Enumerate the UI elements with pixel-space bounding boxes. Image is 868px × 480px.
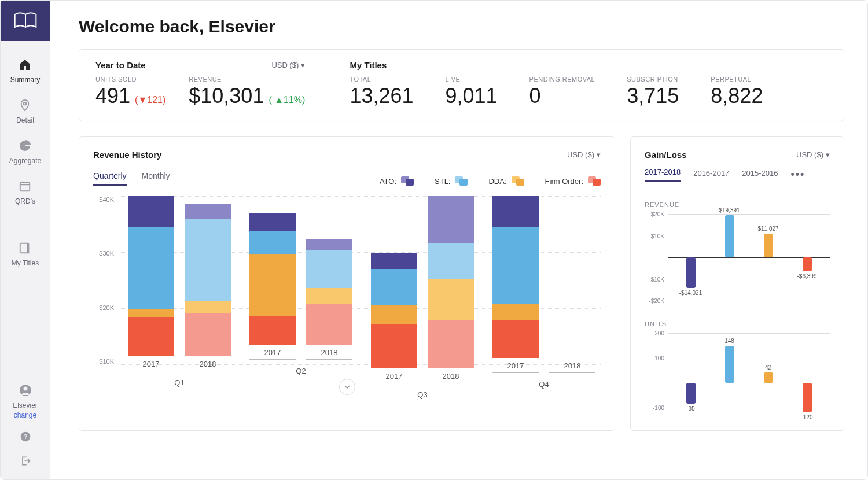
gl-tab-1[interactable]: 2016-2017 bbox=[693, 169, 729, 181]
mini-chart-bar[interactable] bbox=[803, 383, 812, 412]
currency-dropdown[interactable]: USD ($)▾ bbox=[567, 150, 601, 159]
legend-swatch-icon bbox=[455, 176, 468, 186]
legend-item[interactable]: Firm Order: bbox=[545, 176, 601, 186]
sidebar-item-aggregate[interactable]: Aggregate bbox=[9, 138, 41, 165]
sidebar-item-label: Detail bbox=[16, 116, 34, 124]
kpi-subscription: SUBSCRIPTION3,715 bbox=[627, 76, 679, 108]
legend-item[interactable]: ATO: bbox=[380, 176, 414, 186]
legend-swatch-icon bbox=[401, 176, 414, 186]
chart-bar[interactable] bbox=[185, 204, 231, 356]
chart-bar[interactable] bbox=[249, 213, 296, 345]
help-icon[interactable]: ? bbox=[19, 430, 32, 444]
svg-point-3 bbox=[23, 387, 27, 391]
kpi-row: Year to Date USD ($)▾ UNITS SOLD 491(▼12… bbox=[79, 49, 844, 121]
divider bbox=[10, 223, 39, 223]
chart-bar[interactable] bbox=[306, 239, 352, 345]
sidebar-item-label: QRD's bbox=[15, 197, 35, 205]
page-title: Welcome back, Elsevier bbox=[79, 17, 844, 36]
chevron-down-icon: ▾ bbox=[301, 61, 305, 69]
more-icon[interactable]: ••• bbox=[791, 169, 806, 181]
svg-rect-1 bbox=[20, 183, 30, 191]
svg-point-0 bbox=[24, 102, 27, 105]
sidebar-item-detail[interactable]: Detail bbox=[16, 98, 34, 124]
change-user-link[interactable]: change bbox=[14, 411, 36, 419]
mini-chart-bar[interactable] bbox=[725, 215, 734, 257]
book-small-icon bbox=[17, 241, 32, 256]
gl-units-title: UNITS bbox=[645, 320, 830, 327]
expand-button[interactable] bbox=[339, 379, 355, 395]
sidebar-item-label: My Titles bbox=[12, 259, 39, 267]
chevron-down-icon: ▾ bbox=[597, 150, 601, 159]
delta-pos: ( ▲11%) bbox=[269, 95, 305, 105]
home-icon bbox=[17, 57, 32, 72]
calendar-icon bbox=[17, 179, 32, 194]
kpi-live: LIVE9,011 bbox=[445, 76, 497, 108]
logout-icon[interactable] bbox=[19, 454, 32, 468]
kpi-revenue: REVENUE $10,301( ▲11%) bbox=[189, 76, 305, 108]
sidebar-item-summary[interactable]: Summary bbox=[10, 57, 40, 84]
user-icon bbox=[19, 383, 32, 400]
currency-dropdown[interactable]: USD ($)▾ bbox=[271, 61, 305, 69]
legend-item[interactable]: STL: bbox=[435, 176, 468, 186]
legend-item[interactable]: DDA: bbox=[488, 176, 524, 186]
mini-chart-bar[interactable] bbox=[764, 234, 773, 257]
chart-bar[interactable] bbox=[428, 196, 474, 368]
gl-tab-0[interactable]: 2017-2018 bbox=[645, 168, 681, 182]
ytd-title: Year to Date bbox=[95, 60, 146, 70]
sidebar-item-mytitles[interactable]: My Titles bbox=[12, 241, 39, 267]
revenue-history-card: Revenue History USD ($)▾ Quarterly Month… bbox=[79, 136, 615, 431]
legend-swatch-icon bbox=[512, 176, 524, 186]
chart-bar[interactable] bbox=[128, 196, 174, 356]
app-logo bbox=[1, 1, 50, 41]
titles-group: My Titles TOTAL13,261 LIVE9,011 PENDING … bbox=[350, 60, 827, 108]
gl-revenue-chart: $20K$10K-$10K-$20K -$14,021$19,391$11,02… bbox=[645, 214, 830, 301]
chart-bar[interactable] bbox=[492, 196, 539, 358]
kpi-pending: PENDING REMOVAL0 bbox=[529, 76, 595, 108]
mini-chart-bar[interactable] bbox=[764, 372, 773, 383]
user-name: Elsevier bbox=[13, 401, 38, 409]
sidebar-item-label: Aggregate bbox=[9, 157, 41, 165]
chevron-down-icon: ▾ bbox=[826, 150, 830, 159]
mini-chart-bar[interactable] bbox=[686, 383, 696, 404]
gainloss-title: Gain/Loss bbox=[645, 150, 687, 160]
gl-units-chart: 200100-100 -8514842-120 bbox=[645, 333, 830, 420]
mini-chart-bar[interactable] bbox=[803, 257, 812, 271]
mini-chart-bar[interactable] bbox=[686, 257, 696, 288]
delta-neg: (▼121) bbox=[135, 95, 165, 105]
chart-legend: ATO:STL:DDA:Firm Order: bbox=[170, 176, 601, 186]
kpi-total: TOTAL13,261 bbox=[350, 76, 413, 108]
legend-swatch-icon bbox=[588, 176, 601, 186]
pin-icon bbox=[17, 98, 32, 113]
pie-icon bbox=[17, 138, 32, 153]
gainloss-card: Gain/Loss USD ($)▾ 2017-2018 2016-2017 2… bbox=[630, 136, 844, 431]
revenue-card-title: Revenue History bbox=[93, 150, 161, 160]
main-content: Welcome back, Elsevier Year to Date USD … bbox=[50, 1, 867, 479]
kpi-perpetual: PERPETUAL8,822 bbox=[711, 76, 763, 108]
mini-chart-bar[interactable] bbox=[725, 346, 734, 382]
revenue-chart: $40K$30K$20K$10K 20172018Q120172018Q2201… bbox=[93, 196, 601, 375]
chevron-down-icon bbox=[344, 383, 351, 390]
titles-title: My Titles bbox=[350, 60, 387, 70]
tab-monthly[interactable]: Monthly bbox=[142, 171, 170, 186]
kpi-units-sold: UNITS SOLD 491(▼121) bbox=[95, 76, 165, 108]
book-icon bbox=[13, 11, 38, 31]
tab-quarterly[interactable]: Quarterly bbox=[93, 171, 127, 186]
sidebar: Summary Detail Aggregate QRD's My Titles bbox=[1, 1, 50, 479]
sidebar-item-label: Summary bbox=[10, 76, 40, 84]
svg-text:?: ? bbox=[23, 433, 27, 440]
currency-dropdown[interactable]: USD ($)▾ bbox=[796, 150, 830, 159]
sidebar-item-qrds[interactable]: QRD's bbox=[15, 179, 35, 205]
user-block: Elsevier change bbox=[13, 383, 38, 419]
ytd-group: Year to Date USD ($)▾ UNITS SOLD 491(▼12… bbox=[95, 60, 326, 108]
chart-bar[interactable] bbox=[371, 253, 417, 368]
gl-tab-2[interactable]: 2015-2016 bbox=[742, 169, 778, 181]
